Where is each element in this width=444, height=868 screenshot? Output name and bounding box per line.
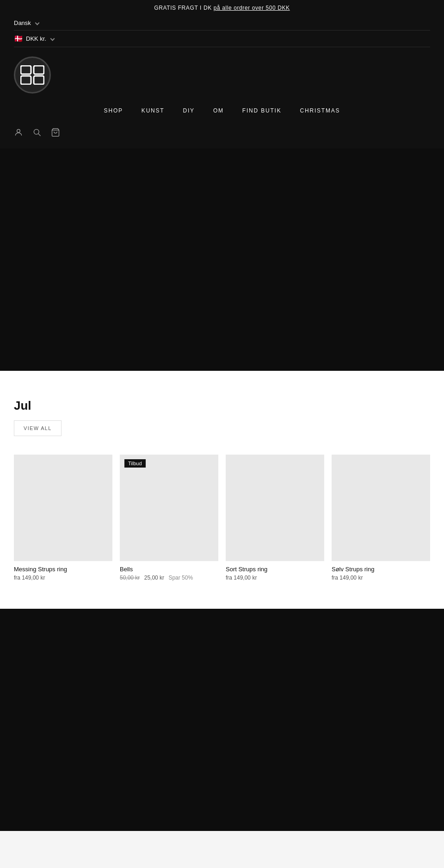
product-price-2: 50,00 kr 25,00 kr Spar 50% [120,575,218,581]
svg-line-6 [38,134,41,136]
hero-section [0,149,444,371]
currency-label: DKK kr. [26,35,46,42]
site-logo[interactable] [14,56,51,94]
svg-rect-2 [21,76,31,84]
jul-section: Jul VIEW ALL Messing Strups ring fra 149… [0,371,444,609]
product-price-1: fra 149,00 kr [14,575,112,581]
nav-om[interactable]: OM [213,107,224,114]
product-card-3[interactable]: Sort Strups ring fra 149,00 kr [226,455,324,581]
jul-title: Jul [14,399,430,413]
svg-rect-0 [21,66,31,74]
svg-point-4 [17,129,20,132]
icon-bar [14,123,430,149]
announcement-text: GRATIS FRAGT I DK [154,5,211,11]
account-button[interactable] [14,128,23,139]
nav-find-butik[interactable]: FIND BUTIK [242,107,282,114]
product-name-1: Messing Strups ring [14,566,112,573]
nav-christmas[interactable]: CHRISTMAS [300,107,340,114]
product-card-4[interactable]: Sølv Strups ring fra 149,00 kr [332,455,430,581]
cart-button[interactable] [51,128,60,139]
currency-selector[interactable]: 🇩🇰 DKK kr. [14,31,430,47]
product-price-4: fra 149,00 kr [332,575,430,581]
product-card-1[interactable]: Messing Strups ring fra 149,00 kr [14,455,112,581]
save-text-2: Spar 50% [168,575,193,581]
lang-label: Dansk [14,19,31,26]
product-image-3 [226,455,324,561]
product-grid: Messing Strups ring fra 149,00 kr Tilbud… [14,455,430,581]
product-card-2[interactable]: Tilbud Bells 50,00 kr 25,00 kr Spar 50% [120,455,218,581]
dark-section-2 [0,609,444,831]
product-name-2: Bells [120,566,218,573]
product-name-3: Sort Strups ring [226,566,324,573]
logo-wrapper [14,47,430,98]
language-selector[interactable]: Dansk [14,16,430,31]
site-header: Dansk 🇩🇰 DKK kr. SHOP KUNST DIY OM FIND … [0,16,444,149]
main-navigation: SHOP KUNST DIY OM FIND BUTIK CHRISTMAS [14,98,430,123]
lang-chevron-icon [35,21,39,25]
original-price-2: 50,00 kr [120,575,140,581]
announcement-link[interactable]: på alle ordrer over 500 DKK [214,5,290,11]
view-all-button[interactable]: VIEW ALL [14,420,62,436]
svg-rect-3 [34,76,44,84]
product-price-3: fra 149,00 kr [226,575,324,581]
currency-chevron-icon [50,37,55,41]
product-image-2: Tilbud [120,455,218,561]
sale-price-2: 25,00 kr [144,575,164,581]
svg-point-5 [34,129,39,134]
product-image-4 [332,455,430,561]
nav-kunst[interactable]: KUNST [142,107,165,114]
search-button[interactable] [32,128,42,139]
product-image-1 [14,455,112,561]
svg-rect-1 [34,66,44,74]
nav-shop[interactable]: SHOP [104,107,123,114]
flag-icon: 🇩🇰 [14,34,23,43]
product-name-4: Sølv Strups ring [332,566,430,573]
announcement-bar: GRATIS FRAGT I DK på alle ordrer over 50… [0,0,444,16]
about-section: Produkter, du kan elske længe Strups har… [0,831,444,868]
nav-diy[interactable]: DIY [183,107,195,114]
sale-badge: Tilbud [124,459,146,468]
